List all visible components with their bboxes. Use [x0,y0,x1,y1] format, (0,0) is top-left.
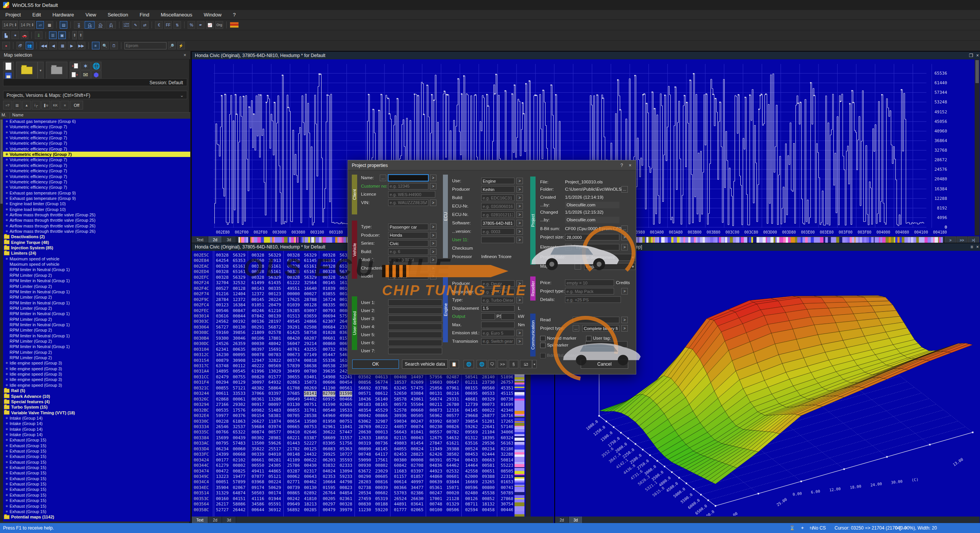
model-input[interactable] [388,273,428,280]
hex-value[interactable]: 00078 [252,352,264,358]
hex-row[interactable]: 0034EC3590402067091745062900739001300159… [192,485,513,490]
hex-value[interactable]: 14895 [216,369,229,374]
hex-value[interactable]: 00644 [252,507,264,513]
hex-value[interactable]: 31590 [340,391,352,396]
hex-value[interactable]: 00660 [411,408,423,413]
hex-value[interactable]: 00130 [233,325,245,330]
hex-value[interactable]: 13223 [216,474,229,479]
hex-value[interactable]: 21104 [482,430,495,435]
dialog-titlebar[interactable]: Project properties [348,160,636,170]
hex-value[interactable]: 00860 [323,341,335,347]
hex-value[interactable]: 00328 [323,264,335,269]
expand-button[interactable]: > [430,273,436,280]
hex-value[interactable]: 00216 [446,391,459,396]
hex-value[interactable]: 11230 [358,507,371,513]
user-tag-input[interactable] [585,341,627,348]
hex-value[interactable]: 00430 [304,463,317,468]
expand-button[interactable]: > [516,228,523,235]
hex-value[interactable]: 00732 [323,347,335,352]
type-input[interactable] [481,297,514,303]
hex-value[interactable]: 00820 [252,374,264,380]
hex-value[interactable]: 00328 [323,275,335,280]
hex-value[interactable]: 52578 [394,408,407,413]
hex-value[interactable]: 00654 [287,419,300,424]
hex-value[interactable]: 03974 [268,424,281,430]
map-list-item[interactable]: ∗Idle engine speed (Group 3) [3,371,190,377]
hex-value[interactable]: 04024 [323,469,335,474]
hex-value[interactable]: 56692 [358,386,371,391]
hex-value[interactable]: 11041 [340,424,352,430]
hex-value[interactable]: 56727 [216,325,229,330]
column-m[interactable]: M. [0,113,10,119]
hex-value[interactable]: 56329 [268,253,281,258]
expand-button[interactable]: > [621,244,628,250]
hex-value[interactable]: 00022 [482,408,495,413]
hex-value[interactable]: 15699 [216,435,229,441]
hex-value[interactable]: 31557 [340,435,352,441]
hex-value[interactable]: 02361 [340,496,352,502]
hex-value[interactable]: 00639 [430,479,442,485]
project-lamp-icon[interactable]: ● [2,42,10,49]
hex-value[interactable]: 32532 [233,280,245,286]
hex-value[interactable]: 31329 [216,490,229,496]
customer-no-input[interactable] [388,183,428,190]
hex-value[interactable]: 00695 [465,391,478,396]
filter-equal-icon[interactable]: =? [3,101,12,110]
map-list-item[interactable]: ∗Engine load limiter (Group 10) [3,207,190,212]
tree-folder-item[interactable]: Spark Advance (10) [3,394,190,399]
hex-value[interactable]: 28203 [358,479,371,485]
hex-value[interactable]: 00174 [268,490,281,496]
menu-find[interactable]: Find [140,12,149,18]
hex-value[interactable]: 09649 [287,502,300,507]
hex-value[interactable]: 24399 [216,452,229,457]
expand-button[interactable]: > [430,240,436,247]
details-input[interactable] [565,296,621,303]
hex-value[interactable]: 00748 [430,502,442,507]
map-list-item[interactable]: RPM Limiter (Group 2) [3,284,190,289]
characteristic-input[interactable] [388,265,428,271]
hex-value[interactable]: 03130 [287,402,300,407]
hex-value[interactable]: 32564 [304,280,317,286]
map-list-item[interactable]: RPM Limiter (Group 2) [3,306,190,311]
hex-value[interactable]: 00577 [446,413,459,419]
map-list-item[interactable]: RPM limiter in Neutral (Group 1) [3,267,190,272]
swap-icon[interactable]: ⇄ [141,21,149,29]
import-version-button[interactable]: + [70,70,80,79]
tab-3d[interactable]: 3d [222,517,236,523]
hex-value[interactable]: 00228 [216,419,229,424]
hex-value[interactable]: 56329 [233,253,245,258]
hex-value[interactable]: 00281 [268,458,281,463]
hex-value[interactable]: 13286 [268,397,281,402]
project-state--dropdown[interactable]: in development [584,254,635,261]
map-list-item[interactable]: ∗Maximum speed of vehicle [3,256,190,262]
build-input[interactable] [481,195,514,201]
hex-value[interactable]: 00462 [304,479,317,485]
hex-value[interactable]: 57475 [411,386,423,391]
hex-value[interactable]: 06234 [216,446,229,452]
hex-value[interactable]: 51896 [501,374,513,380]
hex-value[interactable]: 58864 [268,386,281,391]
map-list-item[interactable]: RPM Limiter (Group 2) [3,317,190,322]
hex-value[interactable]: 00039 [375,485,388,490]
hex-value[interactable]: 00192 [233,319,245,324]
hex-value[interactable]: 29668 [465,413,478,419]
tree-folder-item[interactable]: Deactivations (2) [3,234,190,239]
hex-value[interactable]: 56643 [394,430,407,435]
menu-icon[interactable]: ≡ [970,243,973,251]
map-list-item[interactable]: RPM limiter in Neutral (Group 1) [3,300,190,306]
hex-value[interactable]: 34477 [411,485,423,490]
hex-value[interactable]: 19531 [340,408,352,413]
hex-value[interactable]: 33533 [233,391,245,396]
hex-value[interactable]: 01211 [465,380,478,385]
menu-hardware[interactable]: Hardware [52,12,74,18]
hex-value[interactable]: 32288 [501,452,513,457]
hex-value[interactable]: 42558 [465,469,478,474]
menu-?[interactable]: ? [233,12,236,18]
hex-value[interactable]: 60982 [252,408,264,413]
hex-value[interactable]: 00505 [411,413,423,419]
hex-value[interactable]: 00376 [233,413,245,419]
hex-value[interactable]: 28823 [411,452,423,457]
map-list-item[interactable]: RPM Limiter (Group 2) [3,350,190,355]
hex-value[interactable]: 65161 [304,269,317,275]
close-window-icon[interactable]: × [976,52,979,59]
